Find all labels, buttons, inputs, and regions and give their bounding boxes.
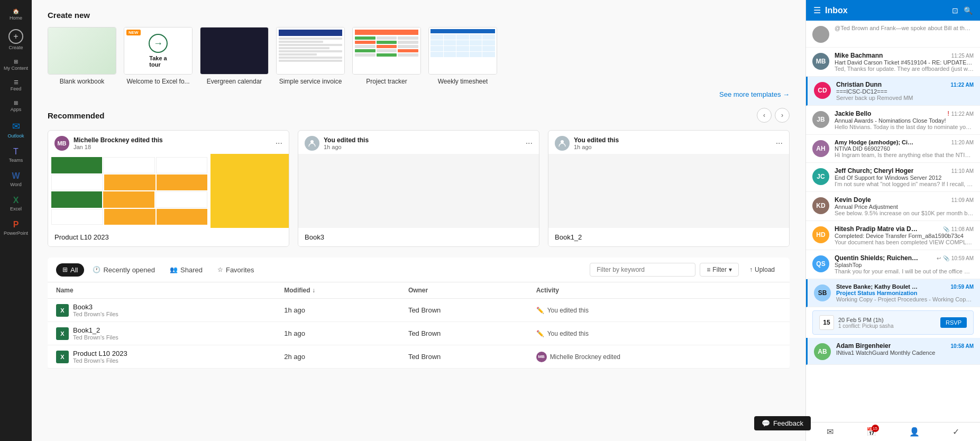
create-new-section: Create new Blank workbook NEW → Take ato… [48, 11, 790, 98]
msg-preview: Thank you for your email. I will be out … [835, 268, 974, 274]
tab-favorites[interactable]: ☆ Favorites [211, 263, 260, 277]
col-name: Name [48, 282, 276, 299]
tab-shared[interactable]: 👥 Shared [163, 263, 209, 277]
table-row[interactable]: X Product L10 2023 Ted Brown's Files 2h … [48, 345, 790, 369]
files-table-header: Name Modified ↓ Owner Activity [48, 282, 790, 299]
upload-button[interactable]: ↑ Upload [743, 263, 781, 276]
file-location-product: Ted Brown's Files [73, 357, 127, 364]
invoice-label: Simple service invoice [279, 78, 342, 85]
msg-preview: @Ted Brown and Frank—we spoke about Bill… [835, 25, 974, 31]
msg-time: 10:59 AM [951, 255, 974, 261]
msg-sender: Hitesh Pradip Matre via DocuSign [835, 225, 919, 233]
rec-card-more-book3[interactable]: ··· [526, 139, 533, 148]
template-blank[interactable]: Blank workbook [48, 27, 116, 85]
calendar-date-num: 15 [823, 319, 830, 326]
message-item[interactable]: MB Mike Bachmann 11:25 AM Hart David Car… [806, 48, 980, 77]
tab-all[interactable]: ⊞ All [56, 263, 84, 277]
sidebar-item-teams[interactable]: T Teams [0, 143, 32, 167]
avatar-mb: MB [54, 136, 69, 151]
inbox-header-right: ⊡ 🔍 [952, 6, 973, 15]
msg-preview: See below. 9.5% increase on our $10K per… [835, 210, 974, 216]
msg-time: 10:58 AM [950, 343, 974, 349]
col-modified[interactable]: Modified ↓ [276, 282, 400, 299]
message-item[interactable]: AB Adam Birgenheier 10:58 AM INtiva1 Wat… [806, 338, 980, 365]
tab-recently-opened[interactable]: 🕐 Recently opened [86, 263, 161, 277]
sidebar-item-word[interactable]: W Word [0, 167, 32, 191]
tab-favorites-label: Favorites [226, 266, 254, 274]
sidebar-item-feed[interactable]: ☰ Feed [0, 75, 32, 96]
msg-sender: Jackie Bello [835, 110, 871, 117]
sidebar-item-create[interactable]: + Create [0, 25, 32, 54]
message-item[interactable]: HD Hitesh Pradip Matre via DocuSign 📎 11… [806, 221, 980, 250]
col-owner: Owner [400, 282, 528, 299]
message-item[interactable]: AH Amy Hodge (amhodge); CiscoSoftware...… [806, 135, 980, 163]
rec-card-book3[interactable]: You edited this 1h ago ··· Book3 [298, 130, 539, 247]
message-item[interactable]: CD Christian Dunn 11:22 AM ===ICSC-DC12=… [806, 77, 980, 106]
home-icon: 🏠 [13, 8, 19, 14]
template-timesheet[interactable]: Weekly timesheet [428, 27, 497, 85]
excel-file-icon: X [56, 304, 69, 317]
calendar-bottom-icon[interactable]: 📅 15 [866, 427, 877, 437]
avatar-you-book12 [555, 136, 570, 151]
rec-user-book3: You edited this 1h ago [305, 136, 369, 151]
sidebar-create-label: Create [8, 45, 23, 50]
sidebar-item-excel[interactable]: X Excel [0, 191, 32, 216]
tasks-bottom-icon[interactable]: ✓ [952, 427, 959, 437]
rec-card-more-product[interactable]: ··· [276, 139, 282, 148]
see-more-templates-link[interactable]: See more templates → [719, 90, 790, 98]
recommended-prev-button[interactable]: ‹ [757, 108, 772, 123]
msg-avatar: HD [812, 226, 829, 243]
excel-file-icon: X [56, 327, 69, 340]
rec-card-product[interactable]: MB Michelle Brockney edited this Jan 18 … [48, 130, 289, 247]
file-modified-book3: 1h ago [276, 299, 400, 322]
table-row[interactable]: X Book3 Ted Brown's Files 1h ago Ted Bro… [48, 299, 790, 322]
file-activity-book3: ✏️ You edited this [528, 299, 790, 322]
search-icon[interactable]: 🔍 [964, 6, 973, 15]
template-tour[interactable]: NEW → Take atour Welcome to Excel fo... [124, 27, 193, 85]
rec-card-more-book12[interactable]: ··· [776, 139, 783, 148]
feedback-icon: 💬 [762, 419, 770, 427]
tab-all-label: All [70, 266, 78, 274]
mail-bottom-icon[interactable]: ✉ [827, 427, 834, 437]
template-invoice[interactable]: Simple service invoice [276, 27, 345, 85]
feedback-button[interactable]: 💬 Feedback [754, 416, 811, 430]
rec-user-product: MB Michelle Brockney edited this Jan 18 [54, 136, 163, 151]
filter-button[interactable]: ≡ Filter ▾ [700, 263, 739, 277]
files-tabs: ⊞ All 🕐 Recently opened 👥 Shared ☆ Favor… [48, 258, 790, 282]
sidebar-item-apps[interactable]: ⊞ Apps [0, 96, 32, 116]
message-item[interactable]: QS Quentin Shields; Ruichen Chow ↩ 📎 10:… [806, 250, 980, 279]
recommended-next-button[interactable]: › [775, 108, 790, 123]
template-calendar[interactable]: Evergreen calendar [200, 27, 269, 85]
table-row[interactable]: X Book1_2 Ted Brown's Files 1h ago Ted B… [48, 322, 790, 345]
sidebar-item-home[interactable]: 🏠 Home [0, 4, 32, 25]
message-item[interactable]: JC Jeff Church; Cheryl Hoger 11:10 AM En… [806, 163, 980, 192]
filter-keyword-input[interactable] [590, 263, 695, 277]
file-name-product: Product L10 2023 [73, 350, 127, 357]
msg-sender: Steve Banke; Kathy Boulet Cox; Scott L..… [836, 283, 918, 290]
sidebar-item-mycontent[interactable]: ⊞ My Content [0, 54, 32, 75]
upload-icon: ↑ [749, 266, 753, 273]
sidebar-item-powerpoint[interactable]: P PowerPoint [0, 216, 32, 240]
clock-icon: 🕐 [93, 266, 100, 273]
sidebar-item-outlook[interactable]: ✉ Outlook [0, 116, 32, 143]
message-item[interactable]: KD Kevin Doyle 11:09 AM Annual Price Adj… [806, 192, 980, 221]
create-icon: + [8, 29, 23, 44]
rec-card-footer-book3: Book3 [298, 228, 539, 246]
message-item[interactable]: SB Steve Banke; Kathy Boulet Cox; Scott … [806, 279, 980, 307]
msg-avatar: KD [812, 197, 829, 214]
msg-subject: Completed: Device Transfer Form_a8a1590b… [835, 233, 974, 239]
rsvp-button[interactable]: RSVP [940, 317, 967, 328]
contacts-bottom-icon[interactable]: 👤 [909, 427, 920, 437]
msg-time: 11:25 AM [951, 53, 974, 59]
rec-card-book12[interactable]: You edited this 1h ago ··· Book1_2 [548, 130, 790, 247]
project-thumbnail [352, 27, 421, 75]
rec-user-book12: You edited this 1h ago [555, 136, 619, 151]
template-project[interactable]: Project tracker [352, 27, 421, 85]
sidebar-teams-label: Teams [9, 158, 23, 163]
message-item[interactable]: JB Jackie Bello ! 11:22 AM Annual Awards… [806, 106, 980, 135]
hamburger-icon[interactable]: ☰ [813, 5, 821, 15]
file-location-book3: Ted Brown's Files [73, 311, 118, 317]
alert-icon: ! [947, 110, 949, 117]
minimize-icon[interactable]: ⊡ [952, 6, 958, 15]
message-item[interactable]: @Ted Brown and Frank—we spoke about Bill… [806, 21, 980, 48]
